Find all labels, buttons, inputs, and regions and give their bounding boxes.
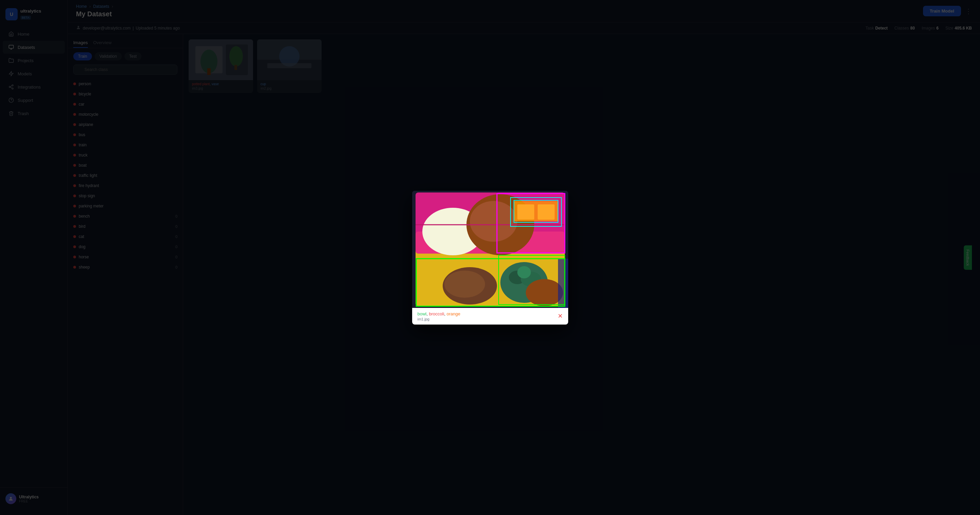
modal-tag-bowl: bowl [418, 311, 427, 316]
modal-tags: bowl, broccoli, orange [418, 311, 461, 316]
svg-rect-31 [517, 204, 534, 220]
svg-rect-42 [558, 259, 568, 308]
svg-rect-32 [538, 204, 555, 220]
svg-point-40 [444, 271, 485, 298]
svg-point-38 [517, 266, 531, 278]
image-modal-overlay[interactable]: bowl, broccoli, orange im1.jpg ✕ [0, 0, 980, 515]
modal-image [412, 191, 568, 308]
modal-tag-orange: orange [447, 311, 460, 316]
modal-footer: bowl, broccoli, orange im1.jpg ✕ [412, 308, 568, 325]
modal-close-button[interactable]: ✕ [558, 313, 563, 320]
modal-info: bowl, broccoli, orange im1.jpg [418, 311, 461, 321]
svg-point-41 [526, 279, 563, 306]
image-modal: bowl, broccoli, orange im1.jpg ✕ [412, 191, 568, 325]
modal-image-wrap [412, 191, 568, 308]
modal-tag-broccoli: broccoli [429, 311, 444, 316]
modal-filename: im1.jpg [418, 317, 461, 321]
